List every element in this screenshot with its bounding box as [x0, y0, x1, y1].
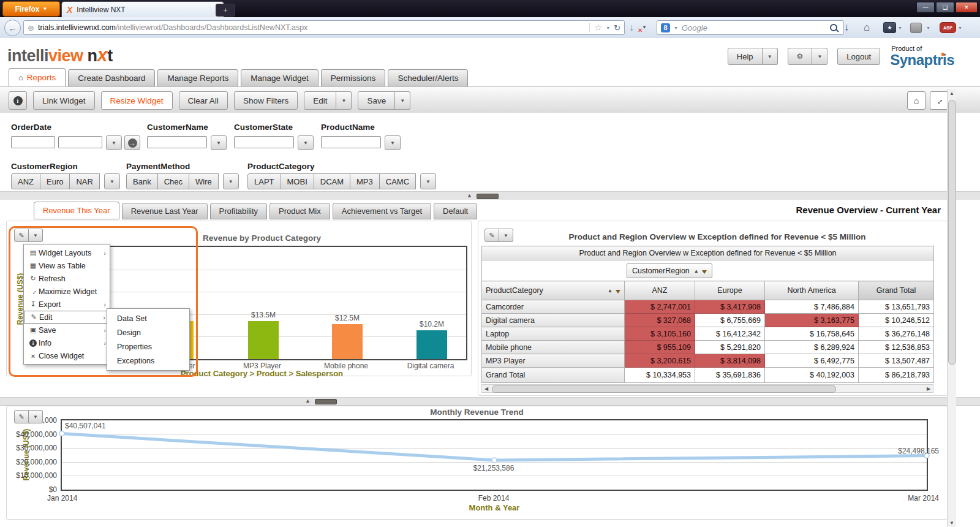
- chevron-down-icon[interactable]: ▼: [606, 26, 610, 30]
- adblock-icon[interactable]: ABP: [940, 21, 956, 34]
- filter-funnel-icon[interactable]: [702, 270, 707, 274]
- chevron-down-icon[interactable]: ▼: [898, 21, 902, 34]
- addon-icon[interactable]: [910, 21, 922, 34]
- scrollbar-thumb[interactable]: [948, 100, 956, 365]
- collapse-up-icon[interactable]: ▲: [305, 398, 311, 404]
- new-tab-button[interactable]: +: [216, 4, 235, 17]
- window-maximize-button[interactable]: ❑: [936, 2, 954, 13]
- dashtab-profitability[interactable]: Profitability: [210, 203, 268, 219]
- window-minimize-button[interactable]: —: [916, 2, 935, 13]
- save-dropdown-button[interactable]: ▼: [395, 91, 410, 110]
- customer-region-dropdown-button[interactable]: ▼: [104, 173, 120, 189]
- splitter-grip[interactable]: [315, 399, 337, 404]
- help-dropdown-button[interactable]: ▼: [763, 48, 778, 65]
- customer-region-field-button[interactable]: CustomerRegion▲: [627, 264, 712, 278]
- menu-item-maximize-widget[interactable]: ↔Maximize Widget: [24, 285, 110, 298]
- pivot-col-header[interactable]: North America: [765, 281, 859, 300]
- downloads-icon[interactable]: ↓: [844, 21, 850, 34]
- logout-button[interactable]: Logout: [837, 48, 880, 65]
- widgets-splitter[interactable]: ▲: [0, 397, 980, 406]
- window-close-button[interactable]: ✕: [956, 2, 978, 13]
- chart-bar-mp3-player[interactable]: $13.5M: [248, 321, 279, 359]
- edit-dropdown-button[interactable]: ▼: [336, 91, 352, 110]
- region-option-euro[interactable]: Euro: [40, 173, 70, 189]
- category-option-lapt[interactable]: LAPT: [247, 173, 281, 189]
- scroll-up-icon[interactable]: ▲: [948, 89, 956, 97]
- widget-edit-button[interactable]: ✎: [14, 229, 29, 242]
- customer-state-dropdown-button[interactable]: ▼: [298, 135, 314, 150]
- search-input[interactable]: 8 ▼ Google: [657, 20, 844, 35]
- submenu-item-exceptions[interactable]: Exceptions: [107, 354, 189, 368]
- dashtab-product-mix[interactable]: Product Mix: [270, 203, 330, 219]
- info-button[interactable]: i: [9, 91, 27, 110]
- home-icon[interactable]: ⌂: [864, 21, 870, 34]
- submenu-item-properties[interactable]: Properties: [107, 339, 189, 354]
- pivot-horizontal-scrollbar[interactable]: ◀ ▶: [481, 384, 933, 393]
- payment-method-dropdown-button[interactable]: ▼: [223, 173, 239, 189]
- customer-state-input[interactable]: [234, 136, 294, 148]
- dashtab-revenue-this-year[interactable]: Revenue This Year: [34, 202, 119, 219]
- tab-manage-reports[interactable]: Manage Reports: [157, 69, 238, 86]
- scroll-left-icon[interactable]: ◀: [482, 385, 491, 392]
- bookmarks-panel-icon[interactable]: ★: [883, 21, 896, 34]
- dashtab-default[interactable]: Default: [434, 203, 477, 219]
- widget-menu-dropdown-button[interactable]: ▼: [29, 229, 43, 242]
- category-option-dcam[interactable]: DCAM: [314, 173, 350, 189]
- search-magnifier-icon[interactable]: [830, 24, 837, 31]
- category-option-camc[interactable]: CAMC: [379, 173, 416, 189]
- show-filters-button[interactable]: Show Filters: [234, 91, 298, 110]
- customer-name-input[interactable]: [147, 136, 207, 148]
- chart-bar-mobile-phone[interactable]: $12.5M: [332, 324, 363, 359]
- dashtab-revenue-last-year[interactable]: Revenue Last Year: [122, 203, 208, 219]
- scroll-right-icon[interactable]: ▶: [924, 385, 933, 392]
- tab-permissions[interactable]: Permissions: [321, 69, 386, 86]
- category-option-mp3[interactable]: MP3: [350, 173, 380, 189]
- reload-icon[interactable]: ↻: [614, 23, 620, 32]
- order-date-from-input[interactable]: [11, 136, 55, 148]
- collapse-up-icon[interactable]: ▲: [467, 192, 472, 199]
- apply-filter-button[interactable]: →: [124, 135, 140, 150]
- menu-item-export[interactable]: ↧Export›: [24, 298, 110, 311]
- chart-bar-digital-camera[interactable]: $10.2M: [417, 330, 447, 359]
- payment-option-wire[interactable]: Wire: [189, 173, 219, 189]
- customer-name-dropdown-button[interactable]: ▼: [211, 135, 227, 150]
- chevron-down-icon[interactable]: ▼: [674, 26, 678, 30]
- menu-item-refresh[interactable]: ↻Refresh: [24, 272, 110, 285]
- trend-point[interactable]: [59, 431, 64, 436]
- pivot-row-field-header[interactable]: ProductCategory▲: [482, 281, 625, 300]
- chevron-down-icon[interactable]: ▼: [642, 25, 647, 30]
- tab-reports[interactable]: ⌂Reports: [9, 68, 66, 86]
- menu-item-widget-layouts[interactable]: ▤Widget Layouts›: [24, 246, 110, 259]
- tab-scheduler-alerts[interactable]: Scheduler/Alerts: [388, 69, 468, 86]
- scroll-down-icon[interactable]: ▼: [948, 518, 956, 527]
- widget-edit-button[interactable]: ✎: [484, 229, 499, 242]
- settings-gear-button[interactable]: ⚙: [788, 48, 813, 65]
- menu-item-close-widget[interactable]: ×Close Widget: [24, 349, 110, 362]
- region-option-anz[interactable]: ANZ: [11, 173, 40, 189]
- firefox-menu-button[interactable]: Firefox ▼: [2, 1, 60, 17]
- bookmark-star-icon[interactable]: ☆: [595, 23, 603, 32]
- splitter-grip[interactable]: [477, 194, 499, 199]
- resize-widget-button[interactable]: Resize Widget: [101, 91, 173, 110]
- widget-menu-dropdown-button[interactable]: ▼: [29, 410, 43, 423]
- pivot-col-header[interactable]: Europe: [695, 281, 765, 300]
- help-button[interactable]: Help: [728, 48, 763, 65]
- chevron-down-icon[interactable]: ▼: [958, 21, 962, 34]
- payment-option-chec[interactable]: Chec: [157, 173, 189, 189]
- submenu-item-data-set[interactable]: Data Set: [107, 311, 189, 325]
- tab-create-dashboard[interactable]: Create Dashboard: [68, 69, 155, 86]
- dashtab-achievement-vs-target[interactable]: Achievement vs Target: [333, 203, 431, 219]
- save-button[interactable]: Save: [358, 91, 395, 110]
- chevron-down-icon[interactable]: ▼: [926, 21, 930, 34]
- menu-item-save[interactable]: ▣Save›: [24, 324, 110, 336]
- scrollbar-thumb[interactable]: [492, 385, 836, 393]
- trend-point[interactable]: [492, 458, 497, 463]
- order-date-to-input[interactable]: [58, 136, 102, 148]
- payment-option-bank[interactable]: Bank: [126, 173, 158, 189]
- pivot-col-header[interactable]: Grand Total: [859, 281, 934, 300]
- fullscreen-button[interactable]: ↔: [930, 91, 948, 110]
- product-name-input[interactable]: [321, 136, 381, 148]
- url-bar[interactable]: ⊕ trials.intelliviewnxt.com/intelliviewn…: [23, 20, 625, 35]
- settings-dropdown-button[interactable]: ▼: [812, 48, 827, 65]
- menu-item-view-as-table[interactable]: ▦View as Table: [24, 259, 110, 272]
